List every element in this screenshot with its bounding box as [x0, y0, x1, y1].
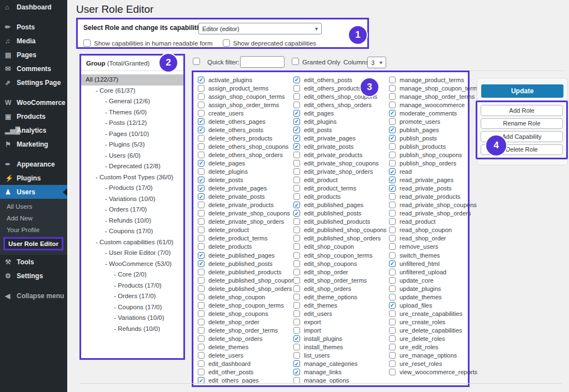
sidebar-item-dashboard[interactable]: ⌂Dashboard [0, 0, 67, 14]
capability-row[interactable]: export [293, 318, 387, 326]
capability-checkbox[interactable] [389, 218, 396, 225]
capability-checkbox[interactable] [198, 85, 204, 92]
capability-checkbox[interactable] [389, 93, 396, 100]
capability-checkbox[interactable] [198, 152, 204, 158]
capability-row[interactable]: remove_users [389, 243, 482, 251]
capability-checkbox[interactable] [293, 93, 300, 100]
capability-checkbox[interactable] [293, 243, 300, 250]
capability-checkbox[interactable]: ✓ [293, 369, 300, 375]
sidebar-item-tools[interactable]: ⚒Tools [0, 255, 67, 269]
capability-checkbox[interactable] [293, 185, 300, 192]
capability-checkbox[interactable] [293, 227, 300, 233]
capability-row[interactable]: edit_theme_options [293, 293, 387, 301]
group-item[interactable]: - Themes (6/0) [81, 107, 183, 118]
capability-row[interactable]: delete_published_products [198, 268, 291, 276]
capability-checkbox[interactable] [198, 344, 204, 350]
capability-checkbox[interactable]: ✓ [198, 260, 204, 267]
capability-checkbox[interactable] [293, 260, 300, 267]
group-item[interactable]: - Variations (10/0) [81, 313, 183, 324]
capability-row[interactable]: ✓upload_files [389, 301, 482, 309]
capability-checkbox[interactable] [293, 193, 300, 200]
capability-row[interactable]: ure_create_roles [389, 318, 482, 326]
capability-row[interactable]: manage_product_terms [389, 76, 482, 84]
capability-row[interactable]: publish_products [389, 142, 482, 150]
capability-row[interactable]: delete_published_shop_coupons [198, 276, 291, 284]
capability-checkbox[interactable] [389, 344, 396, 350]
capability-row[interactable]: read_private_products [389, 193, 482, 201]
capability-checkbox[interactable]: ✓ [293, 127, 300, 133]
sidebar-item-settings[interactable]: ⚙Settings [0, 269, 67, 283]
capability-row[interactable]: ✓edit_private_pages [293, 134, 387, 142]
capability-checkbox[interactable]: ✓ [198, 77, 204, 83]
capability-row[interactable]: ure_edit_roles [389, 343, 482, 351]
update-button[interactable]: Update [481, 84, 563, 98]
group-item[interactable]: - Core (2/0) [81, 269, 183, 280]
group-item[interactable]: - WooCommerce (53/0) [81, 259, 183, 270]
capability-row[interactable]: edit_shop_coupons [293, 259, 387, 268]
capability-checkbox[interactable] [389, 360, 396, 367]
capability-row[interactable]: ure_delete_capabilities [389, 326, 482, 334]
capability-row[interactable]: ✓edit_private_posts [293, 142, 387, 150]
capability-row[interactable]: read_private_shop_orders [389, 209, 482, 218]
capability-checkbox[interactable] [198, 335, 204, 342]
capability-row[interactable]: delete_product_terms [198, 234, 291, 243]
capability-row[interactable]: publish_shop_orders [389, 159, 482, 167]
capability-checkbox[interactable] [293, 285, 300, 292]
capability-checkbox[interactable]: ✓ [198, 160, 204, 167]
capability-row[interactable]: delete_shop_coupons [198, 309, 291, 318]
capability-checkbox[interactable]: ✓ [389, 177, 396, 183]
capability-checkbox[interactable] [389, 277, 396, 284]
capability-row[interactable]: edit_product [293, 176, 387, 184]
capability-checkbox[interactable]: ✓ [389, 185, 396, 192]
capability-row[interactable]: assign_shop_coupon_terms [198, 92, 291, 100]
capability-checkbox[interactable] [293, 102, 300, 108]
capability-checkbox[interactable] [389, 252, 396, 259]
capability-checkbox[interactable] [198, 269, 204, 275]
capability-row[interactable]: edit_shop_order [293, 268, 387, 276]
capability-checkbox[interactable]: ✓ [293, 210, 300, 217]
capability-checkbox[interactable] [389, 319, 396, 325]
capability-checkbox[interactable] [198, 218, 204, 225]
capability-row[interactable]: delete_private_products [198, 201, 291, 209]
sidebar-item-products[interactable]: ▣Products [0, 109, 67, 123]
capability-checkbox[interactable] [293, 252, 300, 259]
capability-row[interactable]: assign_product_terms [198, 84, 291, 92]
capability-checkbox[interactable] [198, 227, 204, 233]
capability-checkbox[interactable]: ✓ [389, 302, 396, 309]
capability-checkbox[interactable] [293, 302, 300, 309]
capability-checkbox[interactable] [198, 110, 204, 117]
capability-checkbox[interactable] [293, 269, 300, 275]
capability-checkbox[interactable]: ✓ [293, 110, 300, 117]
capability-checkbox[interactable] [293, 177, 300, 183]
capability-checkbox[interactable]: ✓ [198, 252, 204, 259]
capability-checkbox[interactable] [389, 327, 396, 334]
capability-checkbox[interactable]: ✓ [389, 135, 396, 142]
capability-checkbox[interactable] [198, 235, 204, 242]
capability-checkbox[interactable] [389, 77, 396, 83]
capability-row[interactable]: ✓edit_published_pages [293, 201, 387, 209]
sidebar-item-settings-page[interactable]: ⇗Settings Page [0, 76, 67, 89]
capability-checkbox[interactable] [198, 168, 204, 175]
capability-row[interactable]: edit_product_terms [293, 184, 387, 193]
capability-row[interactable]: ure_reset_roles [389, 360, 482, 368]
capability-checkbox[interactable] [389, 202, 396, 208]
capability-row[interactable]: update_plugins [389, 284, 482, 293]
capability-checkbox[interactable] [198, 285, 204, 292]
capability-checkbox[interactable] [293, 294, 300, 300]
capability-row[interactable]: edit_shop_coupon [293, 243, 387, 251]
role-select-dropdown[interactable]: Editor (editor) ▾ [198, 23, 322, 34]
sidebar-item-pages[interactable]: ▤Pages [0, 48, 67, 62]
capability-row[interactable]: ✓delete_published_pages [198, 251, 291, 259]
capability-checkbox[interactable] [293, 310, 300, 317]
capability-row[interactable]: edit_private_shop_orders [293, 168, 387, 176]
capability-row[interactable]: delete_shop_coupon_terms [198, 301, 291, 309]
capability-checkbox[interactable] [293, 344, 300, 350]
capability-row[interactable]: ✓edit_plugins [293, 117, 387, 125]
capability-row[interactable]: ✓read_private_pages [389, 176, 482, 184]
capability-row[interactable]: delete_published_shop_orders [198, 284, 291, 293]
capability-checkbox[interactable]: ✓ [198, 127, 204, 133]
capability-row[interactable]: ✓read_private_posts [389, 184, 482, 193]
capability-checkbox[interactable] [198, 210, 204, 217]
capability-row[interactable]: edit_private_products [293, 150, 387, 159]
capability-row[interactable]: switch_themes [389, 251, 482, 259]
